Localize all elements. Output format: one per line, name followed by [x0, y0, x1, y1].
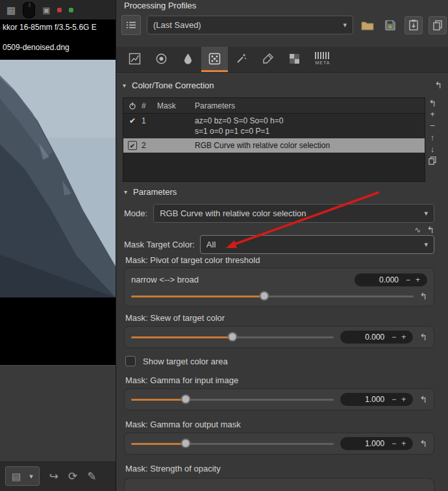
- grid-view-icon[interactable]: ▦: [6, 5, 16, 15]
- external-editor-icon[interactable]: ✎: [87, 471, 96, 482]
- pivot-group: narrow <--> broad 0.000 − + ↰: [124, 268, 434, 307]
- copy-icon: [432, 20, 443, 31]
- gamma-output-slider[interactable]: [131, 438, 334, 449]
- photo-thumbnail[interactable]: [0, 60, 116, 297]
- gamma-input-value[interactable]: 1.000: [345, 395, 389, 404]
- strength-label: Mask: Strength of opacity: [125, 464, 221, 473]
- metadata-tab-label: META: [316, 60, 330, 65]
- slider-handle[interactable]: [181, 394, 191, 404]
- gamma-output-reset-icon[interactable]: ↰: [419, 439, 427, 448]
- section-reset-icon[interactable]: ↰: [434, 81, 442, 90]
- mask-target-row: Mask Target Color: All ▾: [124, 235, 434, 254]
- paste-profile-button[interactable]: [404, 16, 423, 34]
- profiles-menu-button[interactable]: [121, 15, 141, 35]
- file-browser-pane: ▦ ▣ kkor 16-85mm f/3.5-5.6G E 0509-denoi…: [0, 0, 116, 491]
- mode-row: Mode: RGB Curve with relative color sele…: [124, 204, 434, 223]
- skew-value[interactable]: 0.000: [345, 333, 389, 342]
- list-item-selected[interactable]: ✔ 2 RGB Curve with relative color select…: [123, 138, 425, 153]
- profile-select[interactable]: (Last Saved) ▾: [147, 16, 353, 34]
- open-in-editor-icon[interactable]: ↪: [49, 471, 58, 482]
- number-column-header: #: [142, 101, 157, 110]
- curve-icon[interactable]: ∿: [414, 225, 421, 234]
- move-down-button[interactable]: ↓: [430, 145, 435, 155]
- increment-button[interactable]: +: [413, 275, 423, 284]
- skew-value-spinner: 0.000 − +: [340, 331, 413, 344]
- lens-info-label: kkor 16-85mm f/3.5-5.6G E: [3, 23, 113, 32]
- tool-section-title: Color/Tone Correction: [132, 81, 214, 90]
- show-target-checkbox[interactable]: [125, 356, 136, 366]
- gamma-input-reset-icon[interactable]: ↰: [419, 395, 427, 404]
- decrement-button[interactable]: −: [389, 395, 399, 404]
- remove-instance-button[interactable]: −: [430, 121, 435, 131]
- tab-retouch[interactable]: [228, 47, 255, 72]
- parameters-expander-label: Parameters: [133, 187, 177, 197]
- params-line-2: s=1 o=0 p=1 c=0 P=1: [195, 126, 425, 136]
- exposure-icon: [129, 53, 141, 65]
- list-reset-icon[interactable]: ↰: [429, 99, 436, 108]
- pivot-range-label: narrow <--> broad: [131, 275, 199, 284]
- load-profile-button[interactable]: [359, 17, 376, 34]
- mask-target-label: Mask Target Color:: [124, 240, 195, 249]
- show-target-row: Show target color area: [125, 356, 228, 366]
- skew-slider[interactable]: [131, 332, 334, 342]
- tab-exposure[interactable]: [121, 47, 148, 72]
- slider-handle[interactable]: [259, 291, 269, 301]
- monitor-icon[interactable]: ▣: [42, 6, 50, 14]
- tool-section-header[interactable]: ▾ Color/Tone Correction ↰: [123, 78, 442, 92]
- instance-list[interactable]: # Mask Parameters ✔ 1 az=0 bz=0 S=0 So=0…: [123, 97, 425, 182]
- mode-select[interactable]: RGB Curve with relative color selection …: [153, 204, 434, 223]
- enabled-check-icon[interactable]: ✔: [123, 116, 142, 136]
- red-label-icon[interactable]: [57, 8, 62, 12]
- skew-reset-icon[interactable]: ↰: [419, 333, 427, 342]
- mode-reset-icon[interactable]: ↰: [427, 225, 434, 234]
- rotate-icon[interactable]: ⟳: [68, 471, 77, 482]
- save-profile-button[interactable]: [382, 17, 399, 34]
- thumbnail-filter-button[interactable]: ▤ ▾: [5, 466, 40, 486]
- decrement-button[interactable]: −: [403, 275, 413, 284]
- parameters-expander[interactable]: ▾ Parameters: [124, 187, 177, 197]
- row-mask-cell: [157, 116, 195, 136]
- add-instance-button[interactable]: +: [430, 110, 435, 120]
- top-toolbar: ▦ ▣: [0, 0, 116, 19]
- mask-target-selected-value: All: [206, 240, 216, 249]
- slider-fill: [131, 296, 264, 297]
- gamma-input-group: 1.000 − + ↰: [124, 388, 434, 410]
- gamma-input-label: Mask: Gamma for input image: [125, 375, 238, 385]
- increment-button[interactable]: +: [399, 333, 408, 342]
- mask-target-select[interactable]: All ▾: [200, 235, 434, 254]
- tab-metadata[interactable]: META: [308, 47, 338, 72]
- gamma-input-slider[interactable]: [131, 394, 334, 405]
- slider-handle[interactable]: [181, 438, 191, 448]
- mask-column-header: Mask: [157, 101, 195, 110]
- parameters-column-header: Parameters: [195, 101, 425, 110]
- slider-fill: [131, 399, 186, 401]
- row-parameters-cell: RGB Curve with relative color selection: [195, 141, 425, 150]
- tab-raw[interactable]: [281, 47, 308, 72]
- duplicate-instance-button[interactable]: [429, 157, 436, 165]
- pivot-reset-icon[interactable]: ↰: [419, 292, 427, 301]
- gamma-output-value[interactable]: 1.000: [345, 439, 389, 448]
- panel-title: Processing Profiles: [124, 1, 196, 10]
- tab-detail[interactable]: [148, 47, 175, 72]
- pivot-value[interactable]: 0.000: [359, 275, 403, 284]
- increment-button[interactable]: +: [399, 395, 408, 404]
- enabled-checkbox[interactable]: ✔: [123, 141, 142, 150]
- green-label-icon[interactable]: [69, 8, 73, 12]
- decrement-button[interactable]: −: [389, 333, 399, 342]
- tab-local-editing[interactable]: [255, 47, 281, 72]
- slider-handle[interactable]: [228, 332, 238, 342]
- tab-special-effects[interactable]: [201, 47, 228, 72]
- decrement-button[interactable]: −: [389, 439, 399, 448]
- list-item[interactable]: ✔ 1 az=0 bz=0 S=0 So=0 h=0 s=1 o=0 p=1 c…: [123, 114, 425, 138]
- show-target-label: Show target color area: [143, 357, 228, 366]
- mouse-icon[interactable]: [23, 2, 35, 18]
- pivot-slider[interactable]: [131, 291, 414, 301]
- copy-profile-button[interactable]: [429, 16, 447, 34]
- move-up-button[interactable]: ↑: [430, 133, 435, 143]
- image-icon: ▤: [12, 472, 21, 481]
- tab-color[interactable]: [175, 47, 201, 72]
- increment-button[interactable]: +: [399, 439, 408, 448]
- checkbox-checked-icon: ✔: [128, 141, 137, 150]
- chevron-down-icon: ▾: [124, 188, 127, 195]
- detail-icon: [155, 53, 168, 65]
